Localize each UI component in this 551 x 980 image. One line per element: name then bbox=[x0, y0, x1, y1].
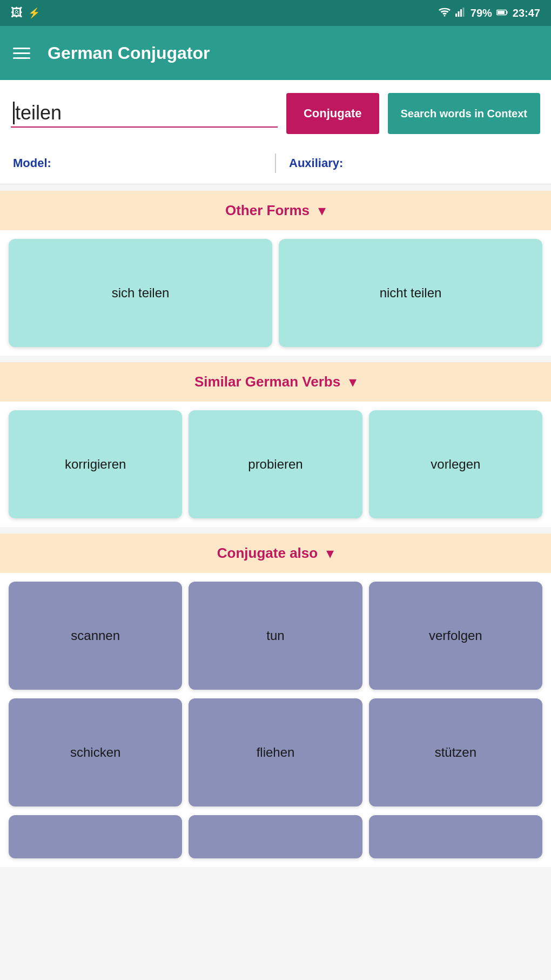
card-schicken-text: schicken bbox=[70, 745, 120, 760]
card-scannen[interactable]: scannen bbox=[9, 582, 182, 690]
app-bar: German Conjugator bbox=[0, 26, 551, 80]
app-title: German Conjugator bbox=[48, 43, 210, 63]
svg-rect-1 bbox=[455, 14, 457, 17]
model-label: Model: bbox=[13, 156, 262, 170]
battery-icon bbox=[496, 8, 508, 19]
other-forms-chevron: ▾ bbox=[318, 202, 326, 219]
menu-icon[interactable] bbox=[13, 48, 30, 59]
conjugate-also-grid-row1: scannen tun verfolgen bbox=[0, 573, 551, 698]
svg-rect-2 bbox=[458, 11, 459, 17]
card-partial-3[interactable] bbox=[369, 815, 542, 858]
cursor-bar bbox=[13, 102, 15, 124]
status-bar: 🖼 ⚡ 79% 23 bbox=[0, 0, 551, 26]
similar-verbs-header[interactable]: Similar German Verbs ▾ bbox=[0, 362, 551, 402]
card-probieren[interactable]: probieren bbox=[189, 410, 362, 518]
svg-rect-4 bbox=[462, 8, 464, 17]
time-display: 23:47 bbox=[513, 7, 540, 19]
card-vorlegen-text: vorlegen bbox=[431, 457, 480, 472]
wifi-icon bbox=[438, 7, 451, 19]
card-verfolgen[interactable]: verfolgen bbox=[369, 582, 542, 690]
search-input[interactable] bbox=[11, 99, 278, 128]
similar-verbs-chevron: ▾ bbox=[349, 373, 357, 391]
card-nicht-teilen[interactable]: nicht teilen bbox=[279, 239, 542, 347]
similar-verbs-grid: korrigieren probieren vorlegen bbox=[0, 402, 551, 527]
svg-point-0 bbox=[444, 15, 445, 16]
model-auxiliary-row: Model: Auxiliary: bbox=[0, 147, 551, 184]
card-probieren-text: probieren bbox=[248, 457, 303, 472]
card-partial-1[interactable] bbox=[9, 815, 182, 858]
card-fliehen-text: fliehen bbox=[257, 745, 295, 760]
conjugate-also-grid-row3-partial bbox=[0, 815, 551, 867]
model-divider bbox=[275, 154, 276, 173]
conjugate-also-grid-row2: schicken fliehen stützen bbox=[0, 698, 551, 815]
photo-icon: 🖼 bbox=[11, 6, 23, 20]
card-verfolgen-text: verfolgen bbox=[429, 628, 482, 643]
card-stutzen-text: stützen bbox=[435, 745, 476, 760]
conjugate-also-header[interactable]: Conjugate also ▾ bbox=[0, 534, 551, 573]
card-sich-teilen-text: sich teilen bbox=[112, 285, 170, 301]
conjugate-also-title: Conjugate also bbox=[217, 545, 318, 562]
other-forms-grid: sich teilen nicht teilen bbox=[0, 230, 551, 356]
card-korrigieren[interactable]: korrigieren bbox=[9, 410, 182, 518]
card-sich-teilen[interactable]: sich teilen bbox=[9, 239, 272, 347]
card-nicht-teilen-text: nicht teilen bbox=[380, 285, 442, 301]
card-korrigieren-text: korrigieren bbox=[65, 457, 126, 472]
card-vorlegen[interactable]: vorlegen bbox=[369, 410, 542, 518]
signal-icon bbox=[455, 7, 466, 19]
search-words-in-context-button[interactable]: Search words in Context bbox=[388, 93, 541, 134]
battery-percent: 79% bbox=[471, 7, 492, 19]
similar-verbs-title: Similar German Verbs bbox=[194, 374, 340, 390]
svg-rect-6 bbox=[498, 11, 505, 14]
conjugate-also-chevron: ▾ bbox=[326, 544, 334, 562]
search-input-wrapper bbox=[11, 99, 278, 128]
card-partial-2[interactable] bbox=[189, 815, 362, 858]
other-forms-header[interactable]: Other Forms ▾ bbox=[0, 191, 551, 230]
bolt-icon: ⚡ bbox=[28, 7, 40, 19]
other-forms-title: Other Forms bbox=[225, 202, 310, 219]
card-fliehen[interactable]: fliehen bbox=[189, 698, 362, 806]
card-schicken[interactable]: schicken bbox=[9, 698, 182, 806]
card-tun[interactable]: tun bbox=[189, 582, 362, 690]
svg-rect-3 bbox=[460, 9, 462, 17]
card-scannen-text: scannen bbox=[71, 628, 120, 643]
auxiliary-label: Auxiliary: bbox=[289, 156, 538, 170]
search-area: Conjugate Search words in Context bbox=[0, 80, 551, 147]
card-tun-text: tun bbox=[266, 628, 284, 643]
conjugate-button[interactable]: Conjugate bbox=[286, 93, 379, 134]
card-stutzen[interactable]: stützen bbox=[369, 698, 542, 806]
